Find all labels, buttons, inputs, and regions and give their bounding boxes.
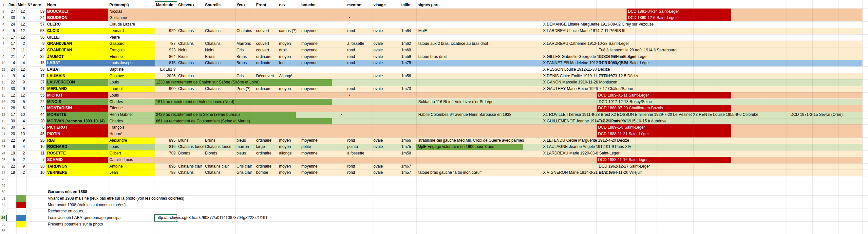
cell-taille[interactable]: 1m64: [400, 28, 416, 34]
cell-matricule[interactable]: 788: [155, 170, 177, 176]
cell-sourcils[interactable]: Blonds: [204, 150, 235, 157]
column-header-front[interactable]: Front: [255, 2, 278, 8]
cell-n-acte[interactable]: 15: [26, 60, 46, 66]
cell-sourcils[interactable]: Bruns: [204, 137, 235, 144]
cell-front[interactable]: couvert: [255, 41, 278, 47]
cell-taille[interactable]: 1m56: [400, 73, 416, 79]
cell-taille[interactable]: 1m66: [400, 137, 416, 144]
cell-mois[interactable]: 2: [17, 157, 26, 163]
cell-jour[interactable]: 24: [7, 21, 17, 28]
cell-n-acte[interactable]: 59: [26, 8, 46, 15]
row-header[interactable]: 5: [0, 28, 7, 34]
cell-front[interactable]: couvert: [255, 47, 278, 54]
cell-cheveux[interactable]: Noirs: [177, 47, 204, 54]
cell-mois[interactable]: 9: [17, 137, 26, 144]
cell-prenom[interactable]: Etienne: [108, 105, 155, 111]
column-header-bouche[interactable]: bouche: [300, 2, 346, 8]
column-header-visage[interactable]: visage: [372, 2, 400, 8]
cell-front[interactable]: ordinaire: [255, 150, 278, 157]
cell-jour[interactable]: 9: [7, 73, 17, 79]
cell-taille[interactable]: 1m75: [400, 60, 416, 66]
cell-prenom[interactable]: Antoine: [108, 163, 155, 170]
cell-prenom[interactable]: Gaspard: [108, 41, 155, 47]
cell-yeux[interactable]: Gris: [235, 73, 255, 79]
row-header[interactable]: 2: [0, 8, 7, 15]
row-header[interactable]: 30: [0, 189, 7, 195]
cell-sourcils[interactable]: Noirs: [204, 47, 235, 54]
legend-swatch[interactable]: [17, 202, 26, 208]
cell-yeux[interactable]: bleus: [235, 137, 255, 144]
legend-label[interactable]: Recherche en cours…: [47, 208, 88, 215]
cell-nez[interactable]: moyen: [278, 170, 300, 176]
cell-yeux[interactable]: Bruns: [235, 60, 255, 66]
cell-jour[interactable]: 30: [7, 86, 17, 92]
row-header[interactable]: 22: [0, 137, 7, 144]
cell-visage[interactable]: ovale: [372, 47, 400, 54]
cell-nom[interactable]: MONTVOISIN: [46, 105, 108, 111]
cell-prenom[interactable]: Alexandre: [108, 137, 155, 144]
cell-signes[interactable]: MplF: [417, 28, 428, 34]
cell-taille[interactable]: 1m70: [400, 86, 416, 92]
cell-sourcils[interactable]: Chatains: [204, 86, 235, 92]
cell-bouche[interactable]: moyenne: [300, 163, 346, 170]
dcd-cell[interactable]: DCD 1888-11-16 Saint-léger: [597, 157, 731, 163]
matricule-note-cell[interactable]: 2429 au recrutement de la Seine (3eme bu…: [155, 111, 296, 118]
cell-jour[interactable]: 22: [7, 163, 17, 170]
cell-front[interactable]: ordinaire: [255, 54, 278, 60]
cell-prenom[interactable]: Guillaume: [108, 15, 155, 21]
cell-jour[interactable]: 19: [7, 150, 17, 157]
cell-bouche[interactable]: moyenne: [300, 150, 346, 157]
row-header[interactable]: 14: [0, 86, 7, 92]
cell-taille[interactable]: 1m62: [400, 41, 416, 47]
matricule-note-cell[interactable]: 1238 au recrutement de Chalon sur Saône …: [155, 79, 332, 86]
cell-prenom[interactable]: Claude Lazare: [108, 21, 155, 28]
cell-mois[interactable]: 2: [17, 41, 26, 47]
cell-taille[interactable]: 1m75: [400, 144, 416, 150]
cell-mois[interactable]: 9: [17, 163, 26, 170]
cell-nez[interactable]: moyen: [278, 54, 300, 60]
cell-n-acte[interactable]: 38: [26, 163, 46, 170]
cell-jour[interactable]: 21: [7, 54, 17, 60]
cell-sourcils[interactable]: Chatains foncé: [204, 144, 235, 150]
dcd-cell[interactable]: DCD 1888-07-28 Chatillon-en-Bazois: [597, 105, 731, 111]
column-header-jour[interactable]: Jour: [7, 2, 17, 8]
cell-sourcils[interactable]: Chatains: [204, 41, 235, 47]
cell-conjoint[interactable]: X LARDREAU Marie 1920-03-6 Saint-Léger: [542, 150, 620, 157]
cell-mois[interactable]: 2: [17, 150, 26, 157]
cell-prenom[interactable]: Jean: [108, 170, 155, 176]
cell-n-acte[interactable]: 16: [26, 144, 46, 150]
row-header[interactable]: 17: [0, 105, 7, 111]
cell-front[interactable]: ordinaire: [255, 163, 278, 170]
cell-visage[interactable]: ovale: [372, 54, 400, 60]
signes-highlight-cell[interactable]: MplF Engagé volontaire en 1906 pour 3 an…: [416, 144, 523, 150]
legend-swatch[interactable]: [17, 221, 26, 228]
cell-nez[interactable]: fort: [278, 60, 300, 66]
cell-mois[interactable]: 12: [17, 21, 26, 28]
cell-mois[interactable]: 12: [17, 8, 26, 15]
cell-prenom[interactable]: Pierre: [108, 34, 155, 41]
cell-n-acte[interactable]: 24: [26, 15, 46, 21]
cell-yeux[interactable]: Gris: [235, 47, 255, 54]
dcd-cell[interactable]: DCD 1889-01-11 Saint-Léger: [597, 92, 731, 99]
row-header[interactable]: 34: [0, 215, 7, 221]
cell-visage[interactable]: ovale: [372, 86, 400, 92]
cell-nom[interactable]: LABAT: [46, 60, 108, 66]
cell-jour[interactable]: 22: [7, 137, 17, 144]
column-header-cheveux[interactable]: Cheveux: [177, 2, 204, 8]
cell-menton[interactable]: pointu: [346, 144, 372, 150]
cell-deces-note[interactable]: DCD 1917-12-13 Rosny/Seine: [598, 99, 652, 105]
cell-nez[interactable]: Allongé: [278, 73, 300, 79]
cell-nom[interactable]: LAUVERGEON: [46, 79, 108, 86]
cell-conjoint[interactable]: X LETENDU Cécile Marguerite 1912-4-20 Dé…: [542, 137, 630, 144]
row-header[interactable]: 1: [0, 2, 7, 8]
cell-conjoint[interactable]: X GAUTHEY Marie Reine 1926-7-17 Châlon/S…: [542, 86, 634, 92]
row-header[interactable]: 25: [0, 157, 7, 163]
cell-signes[interactable]: Habite Colombes 94 avenue Henri Barbusse…: [417, 111, 512, 118]
cell-prenom[interactable]: Louis Joseph: [108, 60, 155, 66]
cell-front[interactable]: couvert: [255, 28, 278, 34]
cell-yeux[interactable]: Marrons: [235, 41, 255, 47]
row-header[interactable]: 36: [0, 228, 7, 234]
cell-deces-note[interactable]: Tué à L'ennemi 1915-10-15 à Aubérive: [598, 118, 667, 125]
cell-jour[interactable]: 22: [7, 79, 17, 86]
row-header[interactable]: 26: [0, 163, 7, 170]
